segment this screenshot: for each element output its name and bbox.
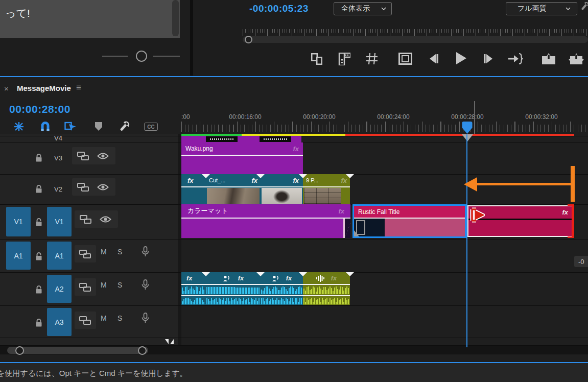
hscrollbar-left-handle[interactable]: [15, 346, 24, 355]
playhead-line: [466, 134, 467, 347]
clip-cut-video[interactable]: Cut_... fx: [206, 174, 261, 204]
video-thumbnail: [304, 188, 341, 204]
edit-point-marker: [346, 272, 354, 276]
source-patch-icon[interactable]: [80, 215, 91, 224]
playhead-grabber[interactable]: [462, 134, 473, 141]
track-target-a1-button[interactable]: A1: [47, 242, 72, 270]
toggle-track-output-eye-icon[interactable]: [97, 152, 109, 160]
nest-toggle-icon[interactable]: [13, 121, 25, 132]
extract-icon[interactable]: [569, 52, 584, 65]
timeline-ruler[interactable]: :00 00:00:16:00 00:00:20:00 00:00:24:00 …: [181, 100, 588, 134]
program-scrollbar-handle[interactable]: [245, 36, 252, 43]
step-forward-icon[interactable]: [482, 52, 495, 65]
track-target-a3-button[interactable]: A3: [47, 308, 72, 336]
source-patch-a1-button[interactable]: A1: [6, 242, 31, 270]
lock-icon[interactable]: [35, 252, 42, 261]
fit-dropdown-value: 全体表示: [341, 4, 370, 13]
edit-point-marker: [299, 174, 307, 178]
clip-audio-dialogue-2[interactable]: fx: [261, 272, 303, 305]
trim-out-handle[interactable]: [343, 219, 350, 238]
source-patch-icon[interactable]: [77, 183, 89, 192]
fit-dropdown[interactable]: 全体表示: [334, 2, 392, 15]
voiceover-mic-icon[interactable]: [142, 313, 149, 323]
voiceover-mic-icon[interactable]: [142, 279, 149, 290]
clip-audio-music[interactable]: fx: [303, 272, 350, 305]
audio-waveform: [182, 285, 205, 294]
clip-waku-png[interactable]: Waku.png fx: [181, 142, 303, 174]
clip-color-matte[interactable]: カラーマット fx: [181, 204, 350, 238]
clip-label: カラーマット: [187, 206, 228, 216]
safe-margins-icon[interactable]: [398, 52, 412, 65]
go-to-out-icon[interactable]: [508, 52, 523, 65]
trim-in-bracket[interactable]: [572, 204, 574, 238]
zoom-slider-track-left: [102, 56, 128, 57]
zoom-slider-handle[interactable]: [136, 51, 147, 62]
captions-icon[interactable]: CC: [144, 123, 158, 131]
clip-v4-minimized[interactable]: [181, 136, 301, 142]
solo-button[interactable]: S: [117, 314, 122, 322]
panel-divider[interactable]: [190, 0, 193, 76]
grid-icon[interactable]: [365, 52, 379, 65]
track-header-divider[interactable]: [178, 134, 181, 345]
timeline-timecode[interactable]: 00:00:28:00: [9, 103, 70, 115]
mute-button[interactable]: M: [101, 248, 107, 256]
filmstrip-icon[interactable]: [310, 52, 323, 65]
audio-meters-toggle-icon[interactable]: [164, 339, 175, 345]
voiceover-mic-icon[interactable]: [142, 246, 149, 257]
clip-video[interactable]: fx: [261, 174, 303, 204]
track-target-a2-button[interactable]: A2: [47, 275, 72, 303]
corner-ruler-icon[interactable]: [338, 52, 351, 65]
clip-rustic-fall-title[interactable]: Rustic Fall Title: [352, 204, 466, 238]
playhead-marker[interactable]: [462, 122, 473, 134]
tab-close-icon[interactable]: ×: [4, 84, 9, 93]
step-back-icon[interactable]: [427, 52, 440, 65]
source-monitor-preview: って!: [0, 0, 180, 38]
edit-point-marker: [299, 272, 307, 276]
clip-video-partial[interactable]: fx: [181, 174, 206, 204]
lock-icon[interactable]: [35, 285, 42, 294]
panel-menu-icon[interactable]: ≡: [76, 83, 81, 93]
solo-button[interactable]: S: [117, 281, 122, 289]
edit-point-marker: [202, 174, 210, 178]
play-icon[interactable]: [454, 51, 468, 65]
audio-waveform: [206, 297, 260, 304]
ruler-label: :00: [181, 113, 194, 121]
source-patch-v1-button[interactable]: V1: [6, 207, 31, 236]
chevron-down-icon: [381, 7, 386, 10]
tab-title[interactable]: MessageMovie: [17, 84, 71, 92]
audio-waveform: [261, 297, 302, 304]
source-patch-icon[interactable]: [77, 152, 89, 160]
source-patch-icon[interactable]: [79, 283, 91, 292]
clip-9person-video[interactable]: 9 P... fx: [303, 174, 350, 204]
clip-audio-dialogue-1[interactable]: fx: [206, 272, 261, 305]
clip-title-bar: fx: [261, 272, 303, 284]
mute-button[interactable]: M: [101, 281, 107, 289]
toggle-track-output-eye-icon[interactable]: [100, 216, 111, 223]
linked-selection-icon[interactable]: [64, 121, 77, 131]
timeline-settings-icon[interactable]: [119, 120, 131, 132]
quality-dropdown[interactable]: フル画質: [506, 2, 577, 15]
edit-point-marker: [202, 272, 210, 276]
track-target-v1-button[interactable]: V1: [47, 207, 72, 236]
settings-wrench-icon[interactable]: [581, 1, 588, 11]
toggle-track-output-eye-icon[interactable]: [97, 183, 109, 191]
lock-icon[interactable]: [35, 154, 42, 162]
timeline-hscrollbar-thumb[interactable]: [7, 347, 148, 354]
snap-magnet-icon[interactable]: [40, 121, 51, 132]
lock-icon[interactable]: [35, 185, 42, 194]
lock-icon[interactable]: [35, 319, 42, 327]
program-timecode[interactable]: -00:00:05:23: [249, 3, 309, 14]
solo-button[interactable]: S: [117, 248, 122, 256]
hscrollbar-right-handle[interactable]: [138, 346, 147, 355]
source-patch-icon[interactable]: [79, 250, 91, 258]
program-scrollbar[interactable]: [243, 36, 588, 43]
preview-scrollbar[interactable]: [172, 0, 179, 36]
ruler-label: 00:00:32:00: [521, 113, 562, 121]
lock-icon[interactable]: [35, 218, 42, 227]
clip-label: Cut_...: [209, 177, 225, 183]
clip-title-bar: カラーマット fx: [181, 204, 350, 218]
lift-icon[interactable]: [542, 52, 556, 65]
mute-button[interactable]: M: [101, 314, 107, 322]
source-patch-icon[interactable]: [79, 316, 91, 325]
clip-audio-partial[interactable]: fx: [181, 272, 206, 305]
